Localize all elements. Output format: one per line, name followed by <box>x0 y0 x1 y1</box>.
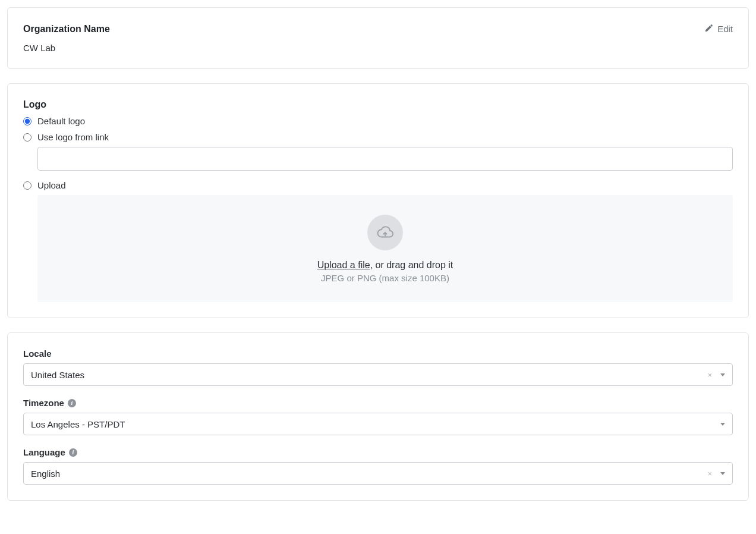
upload-file-link[interactable]: Upload a file <box>317 260 370 270</box>
chevron-down-icon <box>720 472 725 475</box>
language-value: English <box>31 469 703 479</box>
edit-label: Edit <box>717 24 733 34</box>
logo-link-input[interactable] <box>37 147 733 171</box>
timezone-label: Timezone <box>23 398 64 408</box>
chevron-down-icon <box>720 373 725 376</box>
locale-value: United States <box>31 370 703 380</box>
info-icon[interactable]: i <box>69 448 77 457</box>
logo-default-label[interactable]: Default logo <box>37 116 85 126</box>
locale-select[interactable]: United States × <box>23 363 733 386</box>
edit-button[interactable]: Edit <box>704 23 733 34</box>
logo-upload-radio[interactable] <box>23 181 32 190</box>
timezone-select[interactable]: Los Angeles - PST/PDT <box>23 413 733 435</box>
logo-link-label[interactable]: Use logo from link <box>37 132 109 142</box>
locale-card: Locale United States × Timezone i Los An… <box>7 332 749 501</box>
logo-link-radio[interactable] <box>23 133 32 142</box>
upload-hint: JPEG or PNG (max size 100KB) <box>321 273 449 283</box>
info-icon[interactable]: i <box>68 399 76 407</box>
cloud-upload-icon <box>367 215 403 250</box>
organization-name-title: Organization Name <box>23 24 110 34</box>
language-label: Language <box>23 447 65 457</box>
language-select[interactable]: English × <box>23 462 733 485</box>
logo-title: Logo <box>23 99 733 110</box>
pencil-icon <box>704 23 714 34</box>
upload-dropzone[interactable]: Upload a file, or drag and drop it JPEG … <box>37 195 733 302</box>
language-clear-icon[interactable]: × <box>703 469 717 478</box>
locale-label: Locale <box>23 348 52 359</box>
upload-rest-text: , or drag and drop it <box>370 260 453 270</box>
logo-default-radio[interactable] <box>23 117 32 125</box>
timezone-value: Los Angeles - PST/PDT <box>31 419 717 429</box>
locale-clear-icon[interactable]: × <box>703 370 717 379</box>
organization-name-card: Organization Name Edit CW Lab <box>7 7 749 69</box>
logo-card: Logo Default logo Use logo from link Upl… <box>7 83 749 318</box>
upload-text: Upload a file, or drag and drop it <box>317 260 453 271</box>
chevron-down-icon <box>720 423 725 426</box>
organization-name-value: CW Lab <box>23 43 733 53</box>
logo-upload-label[interactable]: Upload <box>37 180 66 190</box>
